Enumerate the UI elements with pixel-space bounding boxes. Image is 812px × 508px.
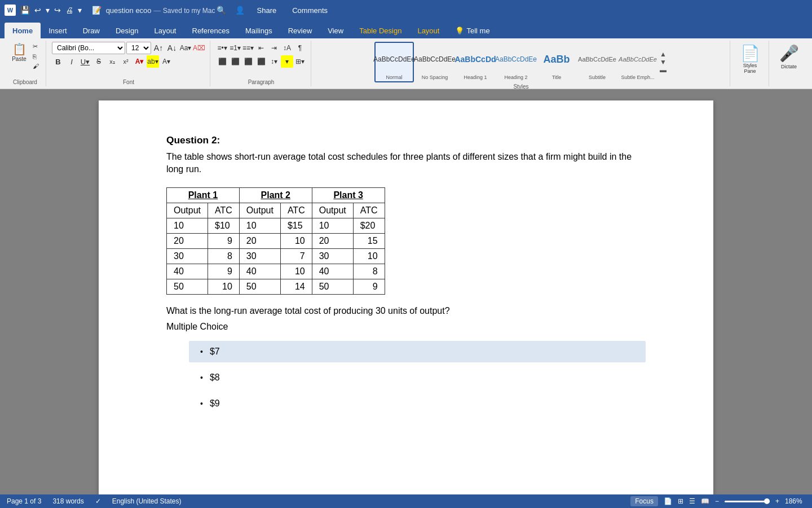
clear-format-button[interactable]: A⌧: [193, 42, 205, 54]
font-size-select[interactable]: 12: [126, 42, 151, 54]
title-separator: —: [153, 6, 163, 15]
style-subtitle[interactable]: AaBbCcDdEe Subtitle: [577, 42, 617, 82]
cut-icon: ✂: [33, 43, 38, 50]
zoom-out-button[interactable]: −: [715, 497, 719, 505]
search-icon[interactable]: 🔍: [215, 5, 227, 16]
tab-review[interactable]: Review: [280, 23, 320, 38]
tab-layout[interactable]: Layout: [146, 23, 184, 38]
font-color-button[interactable]: A▾: [133, 55, 145, 68]
increase-font-button[interactable]: A↑: [152, 42, 165, 54]
tab-table-layout[interactable]: Layout: [409, 23, 447, 38]
tab-design[interactable]: Design: [108, 23, 146, 38]
underline-button[interactable]: U▾: [79, 55, 91, 68]
undo-qat-dropdown[interactable]: ▾: [45, 5, 51, 16]
mc-option-3-text: $9: [210, 398, 220, 409]
zoom-level[interactable]: 186%: [785, 497, 805, 505]
tab-view[interactable]: View: [320, 23, 351, 38]
view-read-icon[interactable]: 📖: [701, 497, 709, 505]
style-subtle-preview: AaBbCcDdEe: [619, 44, 657, 75]
align-left-button[interactable]: ⬛: [216, 55, 228, 68]
align-center-button[interactable]: ⬛: [229, 55, 241, 68]
mc-option-2[interactable]: • $8: [189, 367, 646, 388]
font-color2-button[interactable]: A▾: [160, 55, 173, 68]
style-title[interactable]: AaBb Title: [537, 42, 576, 82]
paste-label: Paste: [12, 56, 27, 62]
tab-references[interactable]: References: [184, 23, 237, 38]
justify-button[interactable]: ⬛: [255, 55, 267, 68]
show-hide-button[interactable]: ¶: [294, 42, 306, 54]
saved-status: Saved to my Mac: [163, 7, 215, 15]
bold-button[interactable]: B: [52, 55, 64, 68]
line-spacing-button[interactable]: ↕▾: [268, 55, 280, 68]
style-subtitle-label: Subtitle: [589, 75, 606, 80]
superscript-button[interactable]: x²: [120, 55, 132, 68]
table-row: 30 8 30 7 30 10: [167, 248, 385, 264]
change-case-button[interactable]: Aa▾: [179, 42, 192, 54]
format-painter-button[interactable]: 🖌: [30, 62, 41, 71]
p2-atc-3: 7: [280, 248, 312, 264]
styles-pane-group: 📄 Styles Pane: [731, 41, 769, 86]
style-h1-preview: AaBbCcDd: [454, 44, 496, 75]
redo-qat-button[interactable]: ↪: [53, 5, 62, 16]
font-family-select[interactable]: Calibri (Bo...: [52, 42, 125, 54]
zoom-slider[interactable]: [725, 501, 770, 502]
mc-option-1[interactable]: • $7: [189, 341, 646, 362]
zoom-in-button[interactable]: +: [775, 497, 779, 505]
highlight-button[interactable]: ab▾: [147, 55, 159, 68]
style-normal[interactable]: AaBbCcDdEe Normal: [374, 42, 414, 82]
styles-group: AaBbCcDdEe Normal AaBbCcDdEe No Spacing …: [312, 41, 730, 86]
atc-header-1: ATC: [208, 203, 240, 218]
view-outline-icon[interactable]: ☰: [689, 497, 695, 505]
p3-atc-4: 8: [353, 264, 385, 279]
numbering-button[interactable]: ≡1▾: [229, 42, 241, 54]
more-styles-button[interactable]: ▲ ▼ ▬: [659, 49, 668, 75]
tab-insert[interactable]: Insert: [41, 23, 75, 38]
paste-button[interactable]: 📋 Paste: [9, 42, 29, 64]
style-heading2[interactable]: AaBbCcDdEe Heading 2: [496, 42, 536, 82]
increase-indent-button[interactable]: ⇥: [268, 42, 280, 54]
copy-button[interactable]: ⎘: [30, 52, 41, 61]
style-subtle-emph[interactable]: AaBbCcDdEe Subtle Emph...: [618, 42, 657, 82]
style-heading1[interactable]: AaBbCcDd Heading 1: [456, 42, 495, 82]
style-subtle-label: Subtle Emph...: [621, 75, 654, 80]
p3-atc-3: 10: [353, 248, 385, 264]
strikethrough-button[interactable]: S: [92, 55, 105, 68]
view-grid-icon[interactable]: ⊞: [678, 497, 683, 505]
decrease-indent-button[interactable]: ⇤: [255, 42, 267, 54]
subscript-button[interactable]: x₂: [106, 55, 118, 68]
mc-option-3[interactable]: • $9: [189, 393, 646, 414]
cut-button[interactable]: ✂: [30, 42, 41, 51]
decrease-font-button[interactable]: A↓: [166, 42, 178, 54]
italic-button[interactable]: I: [65, 55, 78, 68]
align-right-button[interactable]: ⬛: [242, 55, 254, 68]
p2-atc-2: 10: [280, 233, 312, 248]
tab-mailings[interactable]: Mailings: [237, 23, 280, 38]
sort-button[interactable]: ↕A: [281, 42, 293, 54]
tab-tell-me[interactable]: 💡 Tell me: [447, 23, 497, 38]
borders-button[interactable]: ⊞▾: [294, 55, 306, 68]
bullets-button[interactable]: ≡•▾: [216, 42, 228, 54]
page-info: Page 1 of 3: [7, 497, 41, 505]
print-qat-button[interactable]: 🖨: [64, 5, 74, 16]
styles-pane-button[interactable]: 📄 Styles Pane: [736, 42, 764, 76]
mc-option-2-text: $8: [210, 373, 220, 383]
view-normal-icon[interactable]: 📄: [664, 497, 672, 505]
table-row: 40 9 40 10 40 8: [167, 264, 385, 279]
proofing-icon[interactable]: ✓: [95, 497, 101, 505]
customize-qat-button[interactable]: ▾: [77, 5, 83, 16]
share-button[interactable]: Share: [253, 5, 281, 16]
focus-button[interactable]: Focus: [630, 496, 658, 506]
tab-home[interactable]: Home: [5, 23, 41, 38]
profile-icon[interactable]: 👤: [234, 5, 246, 16]
undo-qat-button[interactable]: ↩: [33, 5, 42, 16]
save-qat-button[interactable]: 💾: [19, 5, 31, 16]
question-title: Question 2:: [166, 134, 646, 146]
shading-button[interactable]: ▾: [281, 55, 293, 68]
dictate-icon: 🎤: [779, 44, 799, 63]
style-no-spacing[interactable]: AaBbCcDdEe No Spacing: [415, 42, 454, 82]
tab-table-design[interactable]: Table Design: [351, 23, 409, 38]
multilevel-button[interactable]: ≡≡▾: [242, 42, 254, 54]
tab-draw[interactable]: Draw: [75, 23, 108, 38]
comments-button[interactable]: Comments: [288, 5, 332, 16]
dictate-button[interactable]: 🎤 Dictate: [775, 42, 803, 72]
